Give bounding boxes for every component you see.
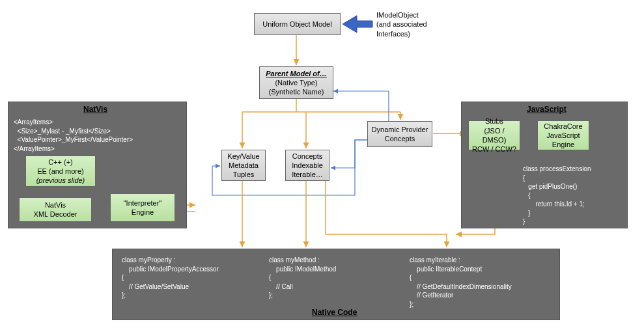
natvis-decoder-box: NatVis XML Decoder — [19, 197, 92, 222]
parent-model-box: Parent Model of… (Native Type) (Syntheti… — [259, 66, 333, 99]
native-code-1: class myProperty : public IModelProperty… — [122, 256, 219, 300]
natvis-xml-code: <ArrayItems> <Size>_Mylast - _Myfirst</S… — [14, 118, 133, 153]
parent-title: Parent Model of… — [266, 69, 327, 78]
stubs-box: Stubs (JSO / DMSO) RCW / CCW? — [468, 120, 520, 150]
natvis-panel: NatVis <ArrayItems> <Size>_Mylast - _Myf… — [8, 102, 187, 228]
chakracore-box: ChakraCore JavaScript Engine — [537, 120, 589, 150]
uom-label: Uniform Object Model — [262, 20, 331, 29]
native-code-3: class myIterable : public IIterableConte… — [410, 256, 512, 308]
dynamic-provider-box: Dynamic Provider Concepts — [367, 121, 432, 147]
javascript-panel: JavaScript Stubs (JSO / DMSO) RCW / CCW?… — [461, 102, 628, 228]
key-value-box: Key/Value Metadata Tuples — [221, 150, 266, 181]
cpp-ee-box: C++ (+) EE (and more) (previous slide) — [25, 156, 96, 187]
natvis-title: NatVis — [83, 105, 107, 114]
interpreter-engine-box: "Interpreter" Engine — [110, 193, 175, 222]
native-title: Native Code — [312, 308, 357, 317]
imodelobject-annotation: IModelObject (and associated Interfaces) — [376, 10, 427, 38]
native-code-2: class myMethod : public IModelMethod { /… — [269, 256, 336, 300]
js-title: JavaScript — [527, 105, 567, 114]
concepts-box: Concepts Indexable Iterable… — [285, 150, 329, 181]
native-panel: class myProperty : public IModelProperty… — [112, 249, 560, 320]
js-code: class processExtension { get pidPlusOne(… — [523, 165, 591, 226]
uniform-object-model-box: Uniform Object Model — [254, 13, 341, 35]
